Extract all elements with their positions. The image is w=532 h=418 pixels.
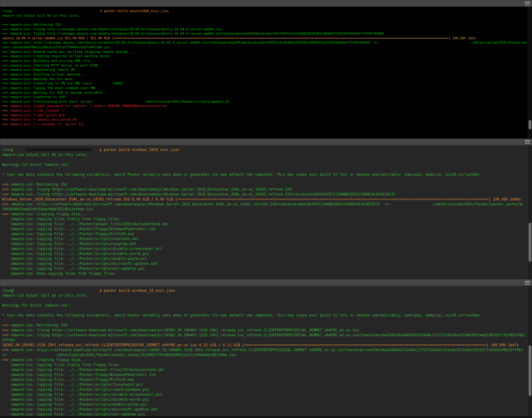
- terminal-line: ==> vmware-iso: + + echoawk -F. {print $…: [2, 122, 532, 127]
- terminal-line: vmware-iso: Copying file: ../../Packer/s…: [2, 402, 532, 407]
- terminal-line: ubuntu-18.04.4-server-amd64.iso 921.00 M…: [2, 36, 532, 41]
- pane-menu-icon[interactable]: [525, 281, 530, 285]
- terminal-line: 2f79b3: [2, 338, 532, 343]
- pane-menu-icon[interactable]: [525, 2, 530, 5]
- terminal-line: clong $ packer build windows_2016_esxi.j…: [2, 147, 532, 152]
- terminal-line: ==> vmware-iso: Retrieving ISO: [2, 22, 532, 27]
- terminal-line: [2, 308, 532, 313]
- terminal-line: vmware-iso: Copying files flatly from fl…: [2, 217, 532, 222]
- terminal-line: ==> vmware-iso: + ubuntu_version=18.04: [2, 117, 532, 122]
- terminal-line: vmware-iso: Copying file: ../../Packer/f…: [2, 372, 532, 377]
- scrollbar-thumb[interactable]: [529, 223, 531, 262]
- terminal-line: vmware-iso: Copying file: ../../Packer/s…: [2, 251, 532, 256]
- terminal-pane-windows-10: × clong▏ $ packer build windows_10_esxi.…: [0, 279, 532, 416]
- terminal-line: ==> vmware-iso: Connected to SSH!: [2, 95, 532, 99]
- terminal-line: ==> vmware-iso: Creating required virtua…: [2, 54, 532, 58]
- pane-title-bar[interactable]: ×: [0, 0, 532, 7]
- terminal-line: vmware-iso: Copying file: ../../Packer/s…: [2, 256, 532, 261]
- terminal-line: vmware-iso: Copying file: ../../Packer/a…: [2, 222, 532, 226]
- terminal-line: vmware-iso: Copying file: ../../Packer/s…: [2, 266, 532, 271]
- terminal-output: clong▏ $ packer build windows_10_esxi.js…: [0, 286, 532, 416]
- terminal-line: ==> vmware-iso: Trying https://software-…: [2, 333, 532, 338]
- terminal-line: vmware-iso: Copying file: ../../Packer/s…: [2, 392, 532, 397]
- terminal-line: => /detectionlab/ESXi/Packer/packer_cach…: [2, 352, 532, 357]
- close-pane-icon[interactable]: ×: [2, 0, 5, 6]
- scrollbar-track[interactable]: [528, 7, 532, 139]
- terminal-line: vmware-iso output will be in this color.: [2, 152, 532, 157]
- terminal-line: [2, 167, 532, 172]
- terminal-line: vmware-iso: Copying file: ../../Packer/s…: [2, 382, 532, 387]
- terminal-line: ==> vmware-iso: Waiting 10s for boot...: [2, 77, 532, 81]
- terminal-line: 1055098d7ba8d2d635babf6bb76518512afbde.i…: [2, 207, 532, 212]
- terminal-line: ==> vmware-iso: Building and writing VMX…: [2, 58, 532, 63]
- close-pane-icon[interactable]: ×: [2, 139, 5, 145]
- terminal-line: [2, 157, 532, 162]
- terminal-line: vmware-iso: Copying file: ../../Packer/s…: [2, 397, 532, 402]
- terminal-window: × clong $ packer build ubuntu1804_esxi.j…: [0, 0, 532, 418]
- terminal-line: ==> vmware-iso: Retrieving ISO: [2, 182, 532, 187]
- terminal-line: ==> vmware-iso: Trying https://software-…: [2, 192, 532, 197]
- terminal-line: ==> vmware-iso: Typing the boot command …: [2, 86, 532, 90]
- terminal-line: ==> vmware-iso: Trying https://software-…: [2, 328, 532, 333]
- terminal-output: clong $ packer build ubuntu1804_esxi.jso…: [0, 7, 532, 127]
- terminal-output: clong $ packer build windows_2016_esxi.j…: [0, 145, 532, 276]
- terminal-content[interactable]: clong $ packer build windows_2016_esxi.j…: [0, 145, 532, 279]
- terminal-content[interactable]: clong▏ $ packer build windows_10_esxi.js…: [0, 286, 532, 416]
- terminal-line: ==> vmware-iso: [sudo] password for vagr…: [2, 104, 532, 108]
- terminal-line: ==> vmware-iso: Starting HTTP server on …: [2, 63, 532, 68]
- terminal-line: ==> vmware-iso: Provisioning with shell …: [2, 99, 532, 104]
- terminal-content[interactable]: clong $ packer build ubuntu1804_esxi.jso…: [0, 7, 532, 139]
- terminal-line: vmware-iso: Done copying files from flop…: [2, 271, 532, 276]
- terminal-line: vmware-iso: Copying file: ../../Packer/s…: [2, 246, 532, 251]
- scrollbar-thumb[interactable]: [529, 345, 531, 396]
- terminal-line: clong▏ $ packer build windows_10_esxi.js…: [2, 288, 532, 293]
- pane-title-bar[interactable]: ×: [0, 279, 532, 286]
- terminal-line: Warnings for build 'vmware-iso':: [2, 303, 532, 308]
- terminal-pane-ubuntu1804: × clong $ packer build ubuntu1804_esxi.j…: [0, 0, 532, 139]
- terminal-line: * Your vmx data contains the following v…: [2, 313, 532, 318]
- terminal-line: [2, 18, 532, 22]
- terminal-line: Warnings for build 'vmware-iso':: [2, 162, 532, 167]
- terminal-line: clong $ packer build ubuntu1804_esxi.jso…: [2, 9, 532, 13]
- terminal-line: vmware-iso: Copying file: ../../Packer/s…: [2, 387, 532, 392]
- terminal-line: ==> vmware-iso: Registering remote VM...: [2, 67, 532, 72]
- terminal-line: vmware-iso: Copying file: ../../Packer/s…: [2, 412, 532, 416]
- scrollbar-thumb[interactable]: [529, 120, 531, 129]
- pane-menu-icon[interactable]: [525, 140, 530, 144]
- terminal-line: vmware-iso output will be in this color.: [2, 293, 532, 298]
- terminal-line: * Your vmx data contains the following v…: [2, 172, 532, 177]
- terminal-line: ==> vmware-iso: Trying http://cdimage.ub…: [2, 27, 532, 32]
- terminal-line: vmware-iso: Copying file: ../../Packer/s…: [2, 236, 532, 241]
- terminal-line: vmware-iso output will be in this color.: [2, 13, 532, 18]
- terminal-line: ==> vmware-iso: Retrieving ISO: [2, 323, 532, 328]
- terminal-line: vmware-iso: Copying file: ../../Packer/a…: [2, 367, 532, 372]
- terminal-line: [2, 318, 532, 323]
- terminal-line: ==> vmware-iso: Connecting to VM via VNC…: [2, 81, 532, 86]
- pane-title-bar[interactable]: ×: [0, 139, 532, 145]
- terminal-line: ==> vmware-iso: Remote cache was verifie…: [2, 50, 532, 54]
- scrollbar-track[interactable]: [528, 286, 532, 416]
- terminal-line: vmware-iso: Copying file: ../../Packer/f…: [2, 231, 532, 236]
- terminal-line: ==> vmware-iso: + lsb_release -r: [2, 108, 532, 113]
- terminal-line: [2, 177, 532, 182]
- terminal-line: vmware-iso: Copying file: ../../Packer/s…: [2, 407, 532, 412]
- terminal-line: Windows_Server_2016_Datacenter_EVAL_en-u…: [2, 197, 532, 202]
- terminal-line: ==> vmware-iso: Trying https://software-…: [2, 187, 532, 192]
- terminal-line: vmware-iso: Copying file: ../../Packer/f…: [2, 226, 532, 231]
- terminal-line: ==> vmware-iso: Creating floppy disk...: [2, 212, 532, 217]
- scrollbar-track[interactable]: [528, 145, 532, 279]
- terminal-pane-windows-2016: × clong $ packer build windows_2016_esxi…: [0, 139, 532, 279]
- terminal-line: ==> vmware-iso: Starting virtual machine…: [2, 72, 532, 77]
- terminal-line: vmware-iso: Copying files flatly from fl…: [2, 362, 532, 367]
- terminal-line: ==> vmware-iso: Waiting for SSH to becom…: [2, 90, 532, 95]
- terminal-line: ==> vmware-iso: https://software-downloa…: [2, 347, 532, 352]
- terminal-line: [2, 298, 532, 303]
- window-bottom-edge: [0, 416, 532, 418]
- terminal-line: vmware-iso: Copying file: ../../Packer/f…: [2, 377, 532, 382]
- terminal-line: ==> vmware-iso: https://software-downloa…: [2, 202, 532, 207]
- terminal-line: ==> vmware-iso: Creating floppy disk...: [2, 357, 532, 362]
- terminal-line: ==> vmware-iso: + awk {print $2}: [2, 113, 532, 118]
- terminal-line: cker_cache/e6d790e1cf0dcbca7fefef75468ac…: [2, 45, 532, 50]
- close-pane-icon[interactable]: ×: [2, 280, 5, 286]
- terminal-line: vmware-iso: Copying file: ../../Packer/s…: [2, 261, 532, 266]
